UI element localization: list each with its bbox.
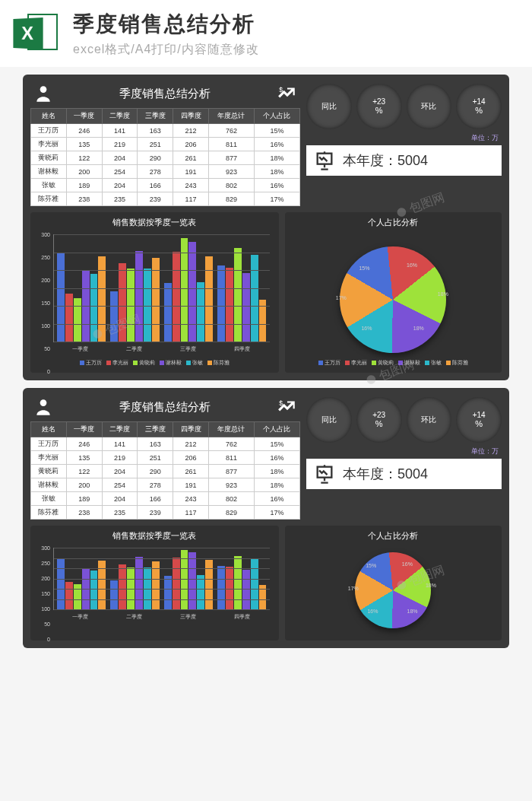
pie-chart: 15%16%18%18%16%17% [290,545,497,636]
bar [205,256,213,342]
pie-slice-label: 18% [413,326,424,331]
dashboard-card: 季度销售总结分析 $ 姓名一季度二季度三季度四季度年度总计个人占比 王万历246… [23,75,509,380]
bar-legend: 王万历李光丽黄晓莉谢林毅张敏陈芬雅 [35,360,274,367]
bar [74,584,81,609]
excel-icon: X [12,9,61,58]
pie-slice-label: 18% [426,583,436,588]
presentation-icon [314,150,335,171]
pie-chart-card: 个人占比分析 15%16%18%18%16%17% [285,526,502,640]
person-icon [33,397,53,417]
sales-table: 姓名一季度二季度三季度四季度年度总计个人占比 王万历24614116321276… [30,108,300,206]
table-header-cell: 二季度 [102,109,138,124]
table-header-cell: 年度总计 [208,422,254,437]
bar [119,263,126,342]
header-text: 季度销售总结分析 excel格式/A4打印/内容随意修改 [73,10,259,58]
bar [242,570,250,609]
bar [57,559,65,609]
dashboard-title: 季度销售总结分析 [119,87,211,101]
svg-point-3 [40,399,47,406]
kpi-badge: +14% [456,397,502,443]
table-header-row: 姓名一季度二季度三季度四季度年度总计个人占比 [31,109,300,124]
bar-plot-area [53,234,270,342]
table-row: 李光丽13521925120681116% [31,451,300,465]
table-row: 李光丽13521925120681116% [31,138,300,151]
bar [57,253,65,342]
table-header-row: 姓名一季度二季度三季度四季度年度总计个人占比 [31,422,300,437]
pie-slice-label: 16% [407,262,417,268]
svg-point-0 [40,86,47,93]
unit-label: 单位：万 [306,132,502,144]
unit-label: 单位：万 [306,446,502,457]
bar [164,576,172,609]
page-title: 季度销售总结分析 [73,10,259,39]
table-row: 王万历24614116321276215% [31,437,300,451]
bar [74,298,81,342]
bar [119,564,126,609]
bar-x-labels: 一季度二季度三季度四季度 [53,613,270,621]
year-total-box: 本年度：5004 [306,459,502,489]
kpi-badge: 环比 [407,84,452,129]
pie-slice-label: 18% [407,609,418,614]
sales-table: 姓名一季度二季度三季度四季度年度总计个人占比 王万历24614116321276… [30,421,300,520]
bar [98,256,106,342]
kpi-badges: 同比+23%环比+14% [306,396,502,446]
table-row: 王万历24614116321276215% [31,124,300,138]
table-header-cell: 四季度 [173,422,209,437]
table-header-cell: 二季度 [102,422,138,437]
bar [197,282,204,342]
bar-chart-title: 销售数据按季度一览表 [35,530,274,542]
pie-slice-label: 16% [361,326,372,331]
table-header-cell: 个人占比 [254,422,299,437]
kpi-badge: 同比 [306,397,352,443]
bar-chart-title: 销售数据按季度一览表 [35,217,274,228]
year-total-box: 本年度：5004 [306,145,502,176]
bar [110,580,118,609]
bar [90,274,98,342]
bar [217,265,225,342]
bar [90,571,98,609]
pie-slice-label: 18% [438,291,448,297]
kpi-badge: 同比 [306,84,352,129]
table-header-cell: 三季度 [138,422,173,437]
bar-chart-card: 销售数据按季度一览表 一季度二季度三季度四季度 0501001502002503… [30,526,279,640]
bar [181,238,188,342]
table-header-cell: 年度总计 [208,109,254,124]
bar-chart-card: 销售数据按季度一览表 一季度二季度三季度四季度 王万历李光丽黄晓莉谢林毅张敏陈芬… [30,212,279,373]
pie-slice-label: 16% [402,561,413,567]
svg-text:$: $ [279,86,283,94]
bar [188,552,196,609]
table-row: 黄晓莉12220429026187718% [31,465,300,478]
bar [242,273,250,342]
pie-chart: 王万历李光丽黄晓莉谢林毅张敏陈芬雅 15%16%18%18%16%17% [290,231,497,368]
table-header-cell: 一季度 [66,422,102,437]
bar [173,252,180,342]
bar [65,582,73,609]
table-body: 王万历24614116321276215%李光丽1352192512068111… [31,124,300,206]
table-body: 王万历24614116321276215%李光丽1352192512068111… [31,437,300,520]
table-header-cell: 姓名 [31,422,67,437]
kpi-badges: 同比+23%环比+14% [306,82,502,132]
table-row: 谢林毅20025427819192318% [31,478,300,492]
kpi-badge: 环比 [407,397,452,443]
table-header-cell: 个人占比 [254,109,299,124]
page-header: X 季度销售总结分析 excel格式/A4打印/内容随意修改 [0,0,532,67]
pie-slice-label: 15% [359,265,369,271]
bar [197,575,204,609]
pie-chart-title: 个人占比分析 [290,530,497,542]
bar [173,558,180,609]
kpi-badge: +23% [356,84,402,129]
kpi-badge: +23% [356,397,402,443]
bar [135,251,143,342]
pie-slice-label: 17% [348,586,359,591]
person-icon [33,84,53,103]
pie-slice-label: 16% [367,609,378,614]
bar [65,294,73,342]
bar [164,283,172,342]
page-subtitle: excel格式/A4打印/内容随意修改 [73,42,259,58]
bar-chart: 一季度二季度三季度四季度 050100150200250300 [35,545,274,636]
bar [217,566,225,609]
table-row: 谢林毅20025427819192318% [31,165,300,179]
table-header-cell: 一季度 [66,109,102,124]
bar-chart: 一季度二季度三季度四季度 王万历李光丽黄晓莉谢林毅张敏陈芬雅 050100150… [35,231,274,368]
svg-text:$: $ [279,399,283,407]
